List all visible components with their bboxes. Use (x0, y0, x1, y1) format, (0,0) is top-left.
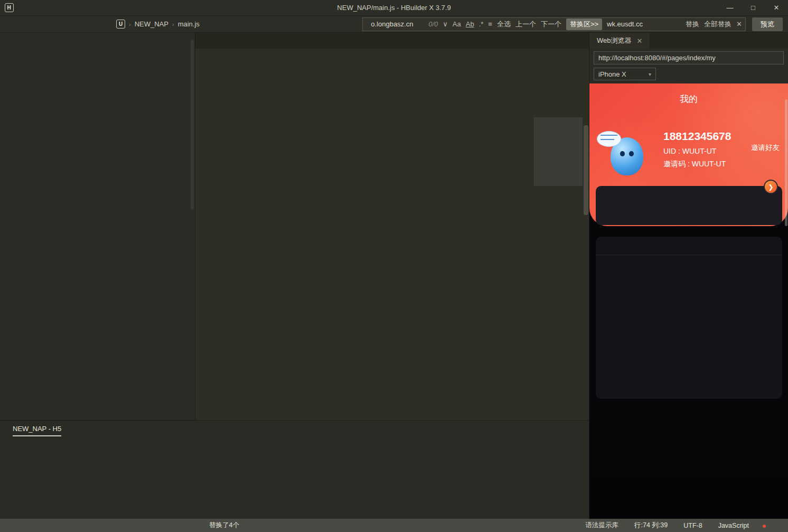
cursor-position[interactable]: 行:74 列:39 (634, 521, 668, 530)
device-toolbar: iPhone X ▾ (589, 67, 788, 83)
star-icon[interactable] (72, 17, 90, 31)
prev-match-button[interactable]: 上一个 (515, 20, 536, 29)
replace-all-button[interactable]: 全部替换 (704, 20, 731, 29)
main-toolbar: U › NEW_NAP › main.js o.longbasz.cn 0/0 … (0, 16, 788, 33)
maximize-icon[interactable]: □ (742, 0, 765, 16)
stats-arrow-button[interactable]: ❯ (764, 180, 778, 194)
save-icon[interactable] (18, 17, 36, 31)
run-icon[interactable] (90, 17, 108, 31)
invite-code-row: 邀请码 : WUUT-UT (663, 160, 730, 169)
breadcrumb-sep: › (172, 21, 174, 27)
minimize-icon[interactable]: — (718, 0, 742, 16)
close-icon[interactable]: ✕ (765, 0, 788, 16)
close-search-icon[interactable]: ✕ (736, 20, 742, 28)
replace-zone-button[interactable]: 替换区>> (566, 18, 602, 30)
search-input[interactable]: o.longbasz.cn (371, 20, 424, 28)
replace-input[interactable]: wk.eusdt.cc (607, 20, 681, 28)
preview-scrollbar[interactable] (785, 99, 787, 226)
file-tree (0, 33, 195, 39)
url-row: http://localhost:8080/#/pages/index/my (589, 49, 788, 67)
browser-tab[interactable]: Web浏览器 ✕ (589, 33, 650, 49)
project-logo-icon: U (116, 20, 125, 29)
regex-toggle[interactable]: .* (479, 20, 484, 28)
search-dropdown-icon[interactable]: ∨ (443, 20, 448, 28)
device-selector[interactable]: iPhone X ▾ (594, 68, 656, 80)
search-replace-bar: o.longbasz.cn 0/0 ∨ Aa Ab .* ≡ 全选 上一个 下一… (362, 17, 746, 31)
new-file-icon[interactable] (0, 17, 18, 31)
uid-text: UID : WUUT-UT (663, 147, 716, 155)
next-match-button[interactable]: 下一个 (541, 20, 561, 29)
window-title: NEW_NAP/main.js - HBuilder X 3.7.9 (0, 4, 788, 12)
avatar-speech-bubble (597, 131, 621, 147)
preview-button[interactable]: 预览 (752, 17, 783, 31)
file-explorer (0, 33, 195, 420)
mobile-preview: 我的 18812345678 UID : WUUT-UT 邀请码 : WUUT-… (589, 83, 788, 519)
url-input[interactable]: http://localhost:8080/#/pages/index/my (594, 51, 784, 64)
browser-tab-close-icon[interactable]: ✕ (637, 37, 643, 45)
window-controls: — □ ✕ (718, 0, 788, 16)
invite-code-text: 邀请码 : WUUT-UT (663, 160, 726, 169)
breadcrumb-sep: › (129, 21, 131, 27)
breadcrumb: U › NEW_NAP › main.js (116, 20, 200, 29)
syntax-lib-label[interactable]: 语法提示库 (585, 521, 618, 530)
replaced-count-text: 替换了4个 (209, 521, 239, 530)
code-area[interactable] (195, 49, 589, 420)
language-mode-label[interactable]: JavaScript (718, 522, 749, 529)
editor-scrollbar[interactable] (584, 125, 588, 215)
sidebar-scrollbar[interactable] (191, 40, 194, 209)
encoding-label[interactable]: UTF-8 (683, 522, 702, 529)
chevron-down-icon: ▾ (649, 71, 651, 77)
editor-tabs (195, 33, 589, 49)
console-tab[interactable]: NEW_NAP - H5 (13, 425, 61, 436)
browser-tab-row: Web浏览器 ✕ (589, 33, 788, 49)
search-match-count: 0/0 (428, 20, 438, 28)
mobile-tabbar (589, 478, 788, 519)
web-browser-panel: Web浏览器 ✕ http://localhost:8080/#/pages/i… (589, 33, 788, 519)
back-icon[interactable] (36, 17, 54, 31)
breadcrumb-file[interactable]: main.js (178, 20, 200, 28)
page-title: 我的 (589, 93, 788, 105)
select-all-button[interactable]: 全选 (497, 20, 511, 29)
whole-word-toggle[interactable]: Ab (466, 20, 474, 28)
invite-friend-label: 邀请好友 (751, 143, 780, 153)
code-editor (195, 33, 589, 420)
replace-button[interactable]: 替换 (686, 20, 699, 29)
avatar[interactable] (597, 130, 643, 176)
user-phone: 18812345678 (663, 130, 731, 143)
console-panel: NEW_NAP - H5 (0, 420, 589, 519)
sidebar-footer-toolbar (0, 399, 3, 417)
hbuilderx-app-icon: H (0, 3, 18, 12)
breadcrumb-project[interactable]: NEW_NAP (135, 20, 168, 28)
browser-tab-label: Web浏览器 (597, 36, 632, 45)
menu-card (596, 237, 782, 399)
forward-icon[interactable] (54, 17, 72, 31)
match-case-toggle[interactable]: Aa (453, 20, 461, 28)
in-selection-toggle[interactable]: ≡ (488, 20, 492, 28)
status-bar: 替换了4个 语法提示库 行:74 列:39 UTF-8 JavaScript (0, 519, 788, 532)
user-uid-row: UID : WUUT-UT (663, 147, 720, 155)
title-bar: H NEW_NAP/main.js - HBuilder X 3.7.9 — □… (0, 0, 788, 16)
team-stats-card: ❯ (596, 186, 782, 225)
device-name: iPhone X (598, 70, 626, 78)
invite-friend-button[interactable]: 邀请好友 (751, 135, 780, 153)
minimap[interactable] (534, 49, 583, 420)
